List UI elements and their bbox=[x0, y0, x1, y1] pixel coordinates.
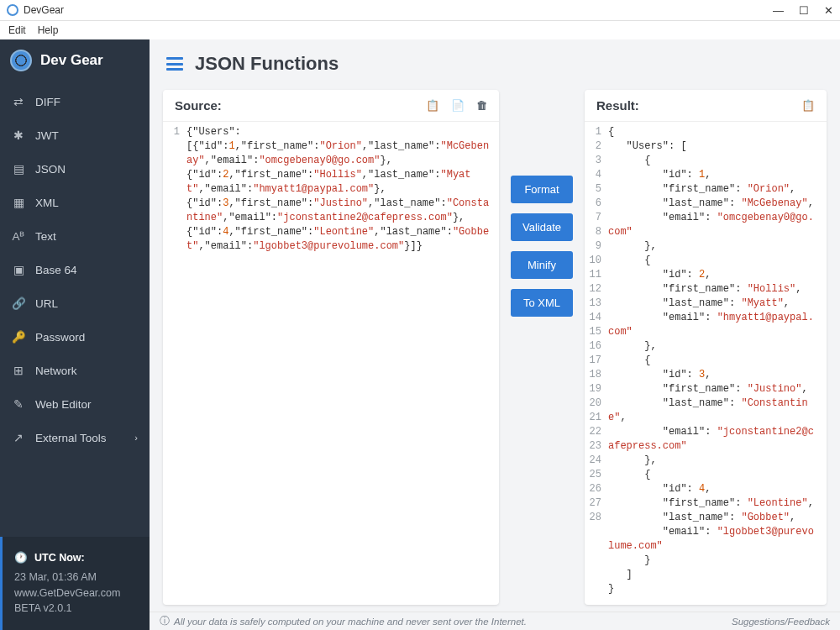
window-title: DevGear bbox=[24, 4, 64, 16]
paste-icon[interactable]: 📄 bbox=[451, 99, 465, 112]
sidebar-item-label: JWT bbox=[35, 129, 59, 142]
sidebar-status: 🕐 UTC Now: 23 Mar, 01:36 AM www.GetDevGe… bbox=[0, 537, 150, 630]
utc-label: UTC Now: bbox=[34, 550, 85, 566]
menu-help[interactable]: Help bbox=[38, 24, 59, 36]
hamburger-icon[interactable] bbox=[166, 57, 183, 71]
minify-button[interactable]: Minify bbox=[511, 251, 573, 279]
external-icon: ↗ bbox=[12, 431, 25, 444]
toxml-button[interactable]: To XML bbox=[511, 289, 573, 317]
chevron-right-icon: › bbox=[134, 433, 138, 443]
sidebar-item-label: XML bbox=[35, 197, 59, 209]
app-logo-icon bbox=[7, 4, 18, 16]
sidebar-item-external-tools[interactable]: ↗External Tools› bbox=[0, 421, 150, 454]
sidebar-item-xml[interactable]: ▦XML bbox=[0, 186, 150, 219]
sidebar-item-network[interactable]: ⊞Network bbox=[0, 354, 150, 387]
sidebar-item-label: Network bbox=[35, 365, 77, 377]
status-bar: ⓘ All your data is safely computed on yo… bbox=[150, 612, 840, 630]
trash-icon[interactable]: 🗑 bbox=[476, 99, 487, 112]
source-label: Source: bbox=[175, 98, 222, 113]
sidebar-item-base-64[interactable]: ▣Base 64 bbox=[0, 253, 150, 286]
password-icon: 🔑 bbox=[12, 330, 25, 344]
sidebar-item-password[interactable]: 🔑Password bbox=[0, 320, 150, 354]
sidebar-item-text[interactable]: AᴮText bbox=[0, 219, 150, 253]
sidebar-item-label: URL bbox=[35, 297, 58, 310]
menubar: Edit Help bbox=[0, 21, 840, 39]
action-buttons: Format Validate Minify To XML bbox=[511, 90, 573, 605]
sidebar-item-label: Password bbox=[35, 331, 85, 344]
window-maximize-button[interactable]: ☐ bbox=[799, 4, 809, 17]
webeditor-icon: ✎ bbox=[12, 397, 25, 411]
url-icon: 🔗 bbox=[12, 297, 25, 310]
page-title: JSON Functions bbox=[195, 53, 339, 75]
window-minimize-button[interactable]: — bbox=[773, 4, 784, 17]
sidebar-item-url[interactable]: 🔗URL bbox=[0, 286, 150, 320]
site-link[interactable]: www.GetDevGear.com bbox=[14, 585, 138, 601]
content-header: JSON Functions bbox=[150, 39, 840, 85]
content-area: JSON Functions Source: 📋 📄 🗑 1 {"Users":… bbox=[150, 39, 840, 630]
text-icon: Aᴮ bbox=[12, 229, 25, 243]
result-panel: Result: 📋 123456789101112131415161718192… bbox=[585, 90, 827, 605]
window-titlebar: DevGear — ☐ ✕ bbox=[0, 0, 840, 21]
result-viewer[interactable]: 1234567891011121314151617181920212223242… bbox=[585, 122, 827, 605]
copy-icon[interactable]: 📋 bbox=[426, 99, 439, 112]
sidebar-item-diff[interactable]: ⇄DIFF bbox=[0, 85, 150, 118]
footer-message: All your data is safely computed on your… bbox=[174, 617, 527, 627]
window-close-button[interactable]: ✕ bbox=[824, 4, 833, 17]
copy-icon[interactable]: 📋 bbox=[801, 99, 815, 112]
result-label: Result: bbox=[596, 98, 639, 113]
network-icon: ⊞ bbox=[12, 364, 25, 377]
version-label: BETA v2.0.1 bbox=[14, 601, 138, 617]
app-name: Dev Gear bbox=[40, 52, 103, 69]
feedback-link[interactable]: Suggestions/Feedback bbox=[732, 617, 830, 627]
utc-time: 23 Mar, 01:36 AM bbox=[14, 570, 138, 585]
sidebar-header: Dev Gear bbox=[0, 39, 150, 85]
source-panel: Source: 📋 📄 🗑 1 {"Users":[{"id":1,"first… bbox=[163, 90, 499, 605]
base64-icon: ▣ bbox=[12, 263, 25, 276]
gear-logo-icon bbox=[10, 50, 32, 71]
sidebar: Dev Gear ⇄DIFF✱JWT▤JSON▦XMLAᴮText▣Base 6… bbox=[0, 39, 150, 630]
jwt-icon: ✱ bbox=[12, 129, 25, 142]
sidebar-item-label: JSON bbox=[35, 163, 66, 176]
format-button[interactable]: Format bbox=[511, 176, 573, 203]
source-editor[interactable]: 1 {"Users":[{"id":1,"first_name":"Orion"… bbox=[163, 122, 499, 605]
clock-icon: 🕐 bbox=[14, 550, 28, 566]
menu-edit[interactable]: Edit bbox=[8, 24, 26, 36]
sidebar-item-json[interactable]: ▤JSON bbox=[0, 152, 150, 186]
xml-icon: ▦ bbox=[12, 196, 25, 209]
sidebar-item-label: Web Editor bbox=[35, 398, 92, 411]
info-icon: ⓘ bbox=[160, 615, 170, 627]
json-icon: ▤ bbox=[12, 162, 25, 176]
sidebar-item-label: External Tools bbox=[35, 432, 107, 444]
sidebar-item-label: Base 64 bbox=[35, 264, 77, 276]
validate-button[interactable]: Validate bbox=[511, 213, 573, 241]
sidebar-item-label: Text bbox=[35, 230, 56, 243]
sidebar-item-jwt[interactable]: ✱JWT bbox=[0, 118, 150, 152]
sidebar-item-label: DIFF bbox=[35, 96, 60, 108]
diff-icon: ⇄ bbox=[12, 95, 25, 108]
sidebar-item-web-editor[interactable]: ✎Web Editor bbox=[0, 387, 150, 421]
